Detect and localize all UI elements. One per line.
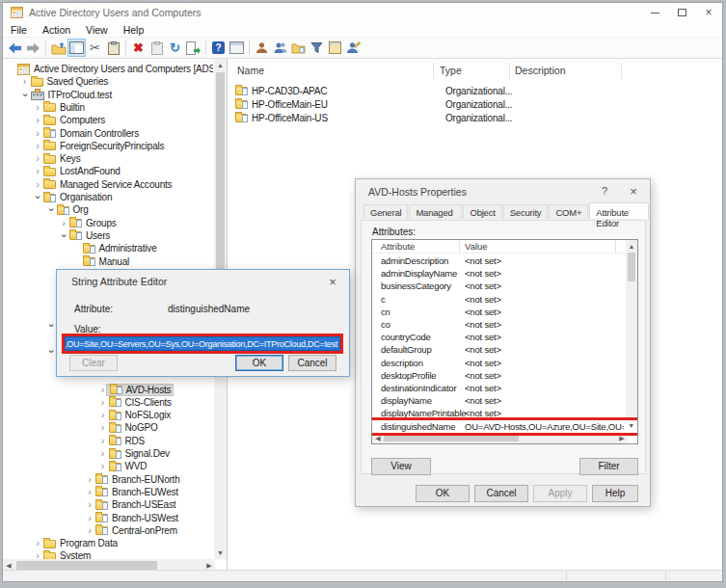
chevron-right-icon[interactable]: › <box>33 538 42 548</box>
attr-row-admindisplayname[interactable]: adminDisplayName<not set> <box>372 267 626 280</box>
attr-row-description[interactable]: description<not set> <box>372 357 626 369</box>
chevron-right-icon[interactable]: › <box>85 499 94 510</box>
chevron-right-icon[interactable]: › <box>33 115 42 125</box>
attr-row-destinationindicator[interactable]: destinationIndicator<not set> <box>372 382 626 394</box>
new-window-icon[interactable] <box>228 39 246 57</box>
column-header-description[interactable]: Description <box>515 65 566 76</box>
dialog-close-icon[interactable]: × <box>621 179 646 202</box>
attr-vscroll-thumb[interactable] <box>628 253 635 281</box>
tree-item-saved-queries[interactable]: ›Saved Queries <box>20 75 109 88</box>
properties-icon[interactable] <box>148 39 166 57</box>
tree-item-cis-clients[interactable]: ›CIS-Clients <box>98 396 172 409</box>
chevron-down-icon[interactable]: › <box>33 193 43 202</box>
tab-general[interactable]: General <box>363 204 408 219</box>
help-button[interactable]: Help <box>592 485 638 502</box>
cancel-button[interactable]: Cancel <box>474 485 528 502</box>
attr-row-distinguishedname[interactable]: distinguishedNameOU=AVD-Hosts,OU=Azure,O… <box>372 420 637 433</box>
tree-hscroll-thumb[interactable] <box>16 561 157 570</box>
tree-item-nogpo[interactable]: ›NoGPO <box>98 421 158 434</box>
scroll-down-icon[interactable]: ▼ <box>214 549 227 556</box>
tree-item-org[interactable]: ›Org <box>46 203 89 216</box>
tree-item-computers[interactable]: ›Computers <box>33 114 105 126</box>
tab-managed-by[interactable]: Managed By <box>409 204 462 219</box>
column-header-name[interactable]: Name <box>237 65 264 76</box>
attr-row-countrycode[interactable]: countryCode<not set> <box>372 331 626 343</box>
chevron-right-icon[interactable]: › <box>33 141 42 151</box>
find-user-icon[interactable] <box>344 39 363 57</box>
chevron-right-icon[interactable]: › <box>33 166 42 176</box>
chevron-right-icon[interactable]: › <box>85 513 94 523</box>
tree-item-avd-hosts[interactable]: ›AVD-Hosts <box>98 384 175 396</box>
tree-item-manual[interactable]: Manual <box>72 255 130 268</box>
scroll-left-icon[interactable]: ◀ <box>374 435 382 441</box>
tree-item-branch-eunorth[interactable]: ›Branch-EUNorth <box>85 473 180 486</box>
tree-item-signal-dev[interactable]: ›Signal.Dev <box>98 447 170 460</box>
list-item-hp-officemain-us[interactable]: HP-OfficeMain-USOrganizational... <box>234 111 328 124</box>
chevron-right-icon[interactable]: › <box>98 397 108 408</box>
tree-item-wvd[interactable]: ›WVD <box>98 460 148 472</box>
tree-item-active-directory-users-and-computers-ads01-itp[interactable]: Active Directory Users and Computers [AD… <box>7 63 213 75</box>
tree-item-managed-service-accounts[interactable]: ›Managed Service Accounts <box>33 178 172 191</box>
tree-item-foreignsecurityprincipals[interactable]: ›ForeignSecurityPrincipals <box>33 140 164 152</box>
tree-item-itprocloud-test[interactable]: ›ITProCloud.test <box>20 89 112 101</box>
tree-item-system[interactable]: ›System <box>33 549 91 559</box>
filter-options-icon[interactable] <box>326 39 344 57</box>
menu-help[interactable]: Help <box>116 24 152 36</box>
scroll-up-icon[interactable]: ▲ <box>626 243 637 250</box>
tree-item-nofslogix[interactable]: ›NoFSLogix <box>98 409 172 421</box>
menu-action[interactable]: Action <box>35 24 78 36</box>
chevron-right-icon[interactable]: › <box>33 128 42 139</box>
chevron-right-icon[interactable]: › <box>33 550 42 559</box>
chevron-right-icon[interactable]: › <box>85 487 94 497</box>
up-one-level-icon[interactable] <box>49 39 67 57</box>
tab-com-[interactable]: COM+ <box>549 204 588 219</box>
attr-row-displayname[interactable]: displayName<not set> <box>372 394 626 407</box>
tree-item-builtin[interactable]: ›Builtin <box>33 101 85 114</box>
scroll-up-icon[interactable]: ▲ <box>214 62 227 68</box>
chevron-right-icon[interactable]: › <box>98 422 108 433</box>
maximize-button[interactable] <box>668 3 695 22</box>
attr-col-value[interactable]: Value <box>465 241 488 252</box>
chevron-right-icon[interactable]: › <box>98 448 108 459</box>
dialog-help-icon[interactable]: ? <box>592 179 617 202</box>
chevron-down-icon[interactable]: › <box>45 205 56 215</box>
export-list-icon[interactable] <box>184 39 202 57</box>
attr-row-cn[interactable]: cn<not set> <box>372 306 626 318</box>
tree-item-branch-useast[interactable]: ›Branch-USEast <box>85 498 175 511</box>
tree-item-domain-controllers[interactable]: ›Domain Controllers <box>33 127 139 140</box>
close-button[interactable]: × <box>695 3 722 22</box>
chevron-right-icon[interactable]: › <box>98 436 108 446</box>
tree-item-keys[interactable]: ›Keys <box>33 152 80 165</box>
create-group-icon[interactable] <box>271 39 289 57</box>
tree-item-administrative[interactable]: Administrative <box>72 242 157 254</box>
chevron-right-icon[interactable]: › <box>33 153 42 164</box>
tree-item-groups[interactable]: ›Groups <box>59 217 117 229</box>
attr-row-co[interactable]: co<not set> <box>372 318 626 331</box>
chevron-down-icon[interactable]: › <box>45 321 56 331</box>
scroll-right-icon[interactable]: ▶ <box>205 562 213 569</box>
view-button[interactable]: View <box>371 458 431 475</box>
list-item-hp-officemain-eu[interactable]: HP-OfficeMain-EUOrganizational... <box>234 97 328 111</box>
attr-hscroll-thumb[interactable] <box>384 434 519 441</box>
tree-item-branch-uswest[interactable]: ›Branch-USWest <box>85 512 178 524</box>
ok-button[interactable]: OK <box>235 355 283 371</box>
dialog-close-icon[interactable]: × <box>324 274 341 289</box>
value-input[interactable]: =Azure,OU=Site,OU=Servers,OU=Sys,OU=Orga… <box>65 336 340 351</box>
tree-item-central-onprem[interactable]: ›Central-onPrem <box>85 524 177 537</box>
apply-button[interactable]: Apply <box>533 485 587 502</box>
cut-icon[interactable]: ✂ <box>86 39 104 57</box>
scroll-left-icon[interactable]: ◀ <box>5 562 13 569</box>
tree-item-organisation[interactable]: ›Organisation <box>33 191 112 203</box>
tree-item-lostandfound[interactable]: ›LostAndFound <box>33 165 121 177</box>
chevron-right-icon[interactable]: › <box>59 218 68 228</box>
create-ou-icon[interactable] <box>289 39 308 57</box>
tab-attribute-editor[interactable]: Attribute Editor <box>589 202 649 219</box>
filter-button[interactable]: Filter <box>579 458 638 475</box>
create-user-icon[interactable] <box>253 39 271 57</box>
attr-row-c[interactable]: c<not set> <box>372 293 626 306</box>
show-console-tree-icon[interactable] <box>67 39 86 57</box>
chevron-down-icon[interactable]: › <box>45 346 56 356</box>
chevron-down-icon[interactable]: › <box>19 90 30 99</box>
attr-row-businesscategory[interactable]: businessCategory<not set> <box>372 280 626 292</box>
attr-row-defaultgroup[interactable]: defaultGroup<not set> <box>372 343 626 356</box>
